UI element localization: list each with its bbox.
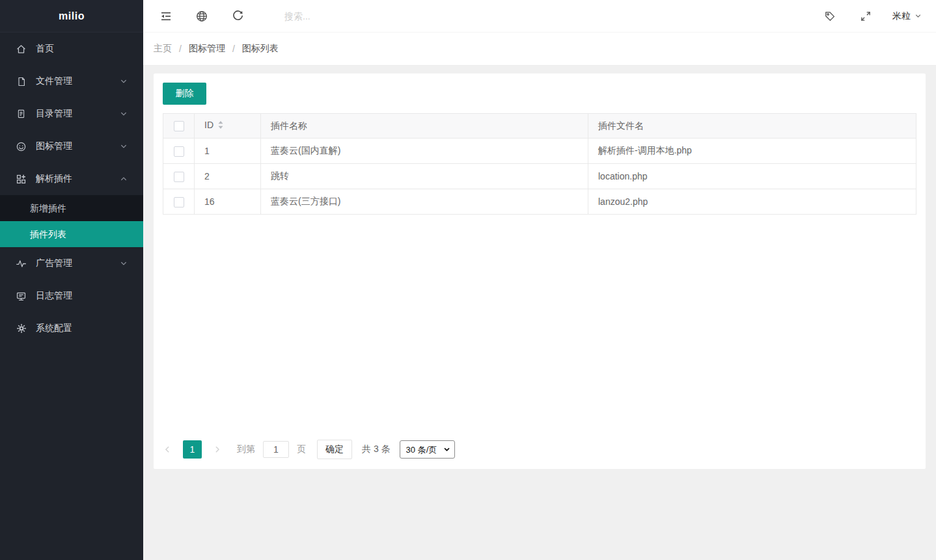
sidebar-item-label: 目录管理 <box>36 108 120 120</box>
row-checkbox[interactable] <box>174 172 184 182</box>
topbar-right: 米粒 <box>801 9 922 23</box>
chevron-down-icon <box>120 142 128 150</box>
goto-page-input[interactable] <box>263 441 289 458</box>
sidebar-item-label: 日志管理 <box>36 290 128 302</box>
file-icon <box>16 76 27 87</box>
sidebar-item-label: 解析插件 <box>36 173 120 185</box>
table-header-row: ID 插件名称 插件文件名 <box>163 114 916 139</box>
breadcrumb: 主页 / 图标管理 / 图标列表 <box>143 33 936 66</box>
cell-file: 解析插件-调用本地.php <box>588 139 916 164</box>
refresh-icon[interactable] <box>230 9 245 23</box>
page-size-select[interactable]: 30 条/页 <box>400 440 455 459</box>
column-header-label: ID <box>204 120 213 130</box>
plugin-list-card: 删除 ID 插件名称 插件文件名 <box>154 73 926 469</box>
sidebar: milio 首页 文件管理 目录管 <box>0 0 143 560</box>
pagination: 1 到第 页 确定 共 3 条 30 条/页 <box>163 440 916 459</box>
prev-page-icon[interactable] <box>163 445 172 454</box>
cell-file: lanzou2.php <box>588 189 916 215</box>
table-empty-space <box>163 215 916 440</box>
select-all-checkbox[interactable] <box>174 121 184 131</box>
chevron-down-icon <box>120 110 128 118</box>
cell-id: 16 <box>195 189 261 215</box>
monitor-icon <box>16 291 27 302</box>
column-header-id: ID <box>195 114 261 139</box>
breadcrumb-separator: / <box>232 44 235 54</box>
sidebar-item-directory[interactable]: 目录管理 <box>0 98 143 130</box>
sidebar-item-plugins[interactable]: 解析插件 <box>0 163 143 195</box>
sort-icon[interactable] <box>217 120 224 132</box>
sidebar-item-icons[interactable]: 图标管理 <box>0 130 143 163</box>
delete-button[interactable]: 删除 <box>163 83 206 105</box>
topbar: 米粒 <box>143 0 936 33</box>
chevron-down-icon <box>120 260 128 267</box>
chevron-up-icon <box>120 175 128 183</box>
search-box <box>284 10 389 22</box>
smiley-icon <box>16 141 27 152</box>
table-row: 1 蓝奏云(国内直解) 解析插件-调用本地.php <box>163 139 916 164</box>
submenu-item-plugin-list[interactable]: 插件列表 <box>0 221 143 247</box>
sidebar-item-files[interactable]: 文件管理 <box>0 65 143 98</box>
document-icon <box>16 109 27 120</box>
content-area: 删除 ID 插件名称 插件文件名 <box>143 66 936 560</box>
column-header-name: 插件名称 <box>261 114 588 139</box>
cell-file: location.php <box>588 164 916 189</box>
main-area: 米粒 主页 / 图标管理 / 图标列表 删除 <box>143 0 936 560</box>
cell-id: 2 <box>195 164 261 189</box>
table-row: 2 跳转 location.php <box>163 164 916 189</box>
sidebar-item-label: 广告管理 <box>36 258 120 269</box>
breadcrumb-icon-management: 图标管理 <box>189 43 225 55</box>
home-icon <box>16 44 27 55</box>
plugin-table: ID 插件名称 插件文件名 1 蓝奏云(国内直解) 解析插件-调用本地.php <box>163 113 916 215</box>
sidebar-item-label: 图标管理 <box>36 140 120 152</box>
search-input[interactable] <box>284 11 389 21</box>
goto-page-suffix: 页 <box>297 444 306 455</box>
user-menu[interactable]: 米粒 <box>892 10 922 22</box>
row-checkbox[interactable] <box>174 197 184 207</box>
next-page-icon[interactable] <box>213 445 222 454</box>
brand-title: milio <box>0 0 143 33</box>
sidebar-item-label: 系统配置 <box>36 323 128 334</box>
sidebar-item-settings[interactable]: 系统配置 <box>0 312 143 345</box>
fullscreen-icon[interactable] <box>859 9 873 23</box>
confirm-page-button[interactable]: 确定 <box>317 440 352 459</box>
cell-id: 1 <box>195 139 261 164</box>
page-size-select-wrap: 30 条/页 <box>400 440 455 459</box>
sidebar-item-label: 首页 <box>36 43 128 55</box>
sidebar-item-home[interactable]: 首页 <box>0 33 143 65</box>
row-checkbox[interactable] <box>174 146 184 157</box>
tag-icon[interactable] <box>823 9 837 23</box>
sidebar-item-label: 文件管理 <box>36 75 120 87</box>
sidebar-item-ads[interactable]: 广告管理 <box>0 247 143 280</box>
cell-name: 蓝奏云(国内直解) <box>261 139 588 164</box>
username: 米粒 <box>892 10 911 22</box>
table-row: 16 蓝奏云(三方接口) lanzou2.php <box>163 189 916 215</box>
pulse-icon <box>16 258 27 269</box>
blocks-icon <box>16 174 27 185</box>
gear-icon <box>16 323 27 334</box>
cell-name: 跳转 <box>261 164 588 189</box>
sidebar-item-logs[interactable]: 日志管理 <box>0 280 143 312</box>
app-root: milio 首页 文件管理 目录管 <box>0 0 936 560</box>
chevron-down-icon <box>915 12 922 20</box>
goto-page-prefix: 到第 <box>237 444 255 455</box>
breadcrumb-separator: / <box>179 44 182 54</box>
column-header-file: 插件文件名 <box>588 114 916 139</box>
submenu-item-add-plugin[interactable]: 新增插件 <box>0 195 143 221</box>
breadcrumb-home[interactable]: 主页 <box>154 43 172 55</box>
chevron-down-icon <box>120 77 128 85</box>
globe-icon[interactable] <box>195 9 209 23</box>
sidebar-nav: 首页 文件管理 目录管理 <box>0 33 143 345</box>
collapse-sidebar-icon[interactable] <box>159 9 173 23</box>
current-page-button[interactable]: 1 <box>183 440 202 459</box>
breadcrumb-icon-list: 图标列表 <box>242 43 279 55</box>
plugins-submenu: 新增插件 插件列表 <box>0 195 143 247</box>
cell-name: 蓝奏云(三方接口) <box>261 189 588 215</box>
total-count-label: 共 3 条 <box>362 444 391 455</box>
